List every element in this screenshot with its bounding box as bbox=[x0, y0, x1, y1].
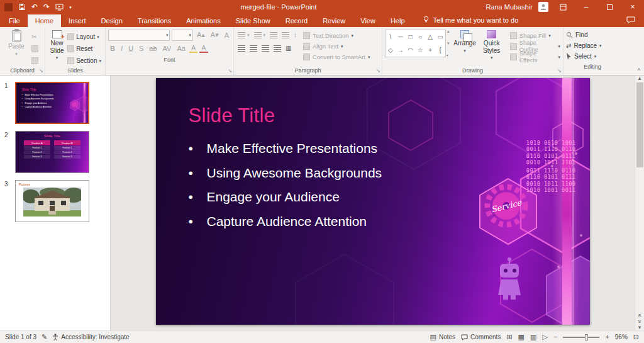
align-left-button[interactable] bbox=[236, 43, 247, 53]
justify-button[interactable] bbox=[272, 43, 282, 53]
slide-canvas[interactable]: Slide Title Make Effective Presentations… bbox=[111, 76, 635, 330]
convert-to-smartart-button[interactable]: Convert to SmartArt▾ bbox=[303, 52, 370, 61]
tab-file[interactable]: File bbox=[1, 14, 28, 27]
ribbon-display-options-icon[interactable] bbox=[554, 0, 572, 14]
paragraph-dialog-launcher-icon[interactable]: ↘ bbox=[376, 69, 380, 74]
new-slide-dropdown-icon[interactable]: ▾ bbox=[56, 55, 58, 60]
slide-2-thumbnail[interactable]: Slide Title Product A Feature 1 Feature … bbox=[15, 131, 89, 173]
change-case-button[interactable]: Aa bbox=[175, 45, 187, 52]
replace-button[interactable]: ⇄ Replace▾ bbox=[566, 40, 619, 51]
shape-plus-icon[interactable]: + bbox=[428, 47, 432, 53]
collapse-ribbon-icon[interactable]: ^ bbox=[638, 67, 640, 74]
strikethrough-button[interactable]: ab bbox=[147, 45, 158, 52]
align-right-button[interactable] bbox=[260, 43, 270, 53]
shape-line-icon[interactable]: \ bbox=[390, 33, 392, 40]
layout-button[interactable]: Layout▾ bbox=[66, 31, 103, 42]
tab-record[interactable]: Record bbox=[278, 14, 315, 27]
shapes-gallery-scroll[interactable]: ▲ ▼ ▾ bbox=[447, 30, 450, 57]
clipboard-dialog-launcher-icon[interactable]: ↘ bbox=[39, 69, 43, 74]
underline-button[interactable]: U bbox=[126, 45, 135, 52]
app-icon[interactable] bbox=[4, 3, 13, 11]
copy-button[interactable] bbox=[30, 43, 40, 53]
decrease-indent-button[interactable] bbox=[269, 30, 279, 40]
minimize-button[interactable]: – bbox=[577, 0, 595, 14]
clear-formatting-button[interactable]: A bbox=[223, 31, 231, 39]
shape-ellipse-icon[interactable]: ○ bbox=[418, 33, 422, 40]
fit-to-window-button[interactable]: ⊡ bbox=[633, 334, 639, 340]
shape-arrow-icon[interactable]: → bbox=[397, 47, 404, 53]
shapes-scroll-down-icon[interactable]: ▼ bbox=[447, 42, 450, 45]
tab-transitions[interactable]: Transitions bbox=[130, 14, 179, 27]
vertical-scrollbar[interactable]: ▲ « « ▼ bbox=[635, 76, 644, 330]
slide-3-thumbnail[interactable]: Pictures bbox=[15, 180, 89, 222]
shape-fill-button[interactable]: Shape Fill▾ bbox=[510, 31, 560, 40]
close-button[interactable]: × bbox=[624, 0, 641, 14]
quick-styles-button[interactable]: Quick Styles ▾ bbox=[478, 28, 505, 60]
comments-button[interactable]: Comments bbox=[461, 334, 501, 340]
previous-slide-icon[interactable]: « bbox=[636, 313, 643, 317]
highlight-color-button[interactable]: A bbox=[189, 44, 197, 53]
new-slide-button[interactable]: + New Slide ▾ bbox=[48, 28, 66, 60]
shape-star-icon[interactable]: ☆ bbox=[418, 47, 423, 53]
increase-indent-button[interactable] bbox=[280, 30, 291, 40]
user-name[interactable]: Rana Mubashir bbox=[486, 3, 533, 11]
shape-arc-icon[interactable]: ◠ bbox=[408, 47, 413, 53]
slide-title[interactable]: Slide Title bbox=[189, 104, 275, 127]
tab-view[interactable]: View bbox=[353, 14, 383, 27]
shapes-gallery[interactable]: \ ─ □ ○ △ ▭ ◇ → ◠ ☆ + { bbox=[385, 30, 446, 57]
tab-help[interactable]: Help bbox=[383, 14, 413, 27]
tab-slide-show[interactable]: Slide Show bbox=[228, 14, 278, 27]
slide-sorter-view-button[interactable]: ▦ bbox=[518, 334, 525, 340]
paste-button[interactable]: Paste ▾ bbox=[3, 28, 30, 56]
grow-font-button[interactable]: A▴ bbox=[195, 31, 207, 39]
reset-button[interactable]: Reset bbox=[66, 43, 103, 53]
scrollbar-thumb[interactable] bbox=[636, 82, 643, 167]
font-dialog-launcher-icon[interactable]: ↘ bbox=[228, 69, 232, 74]
tab-design[interactable]: Design bbox=[94, 14, 130, 27]
text-shadow-button[interactable]: S bbox=[137, 45, 145, 52]
bold-button[interactable]: B bbox=[108, 45, 117, 52]
font-color-button[interactable]: A bbox=[199, 44, 208, 53]
shape-parallelogram-icon[interactable]: ▭ bbox=[437, 33, 443, 40]
tab-insert[interactable]: Insert bbox=[61, 14, 94, 27]
font-name-combo[interactable]: ▾ bbox=[108, 30, 170, 41]
user-avatar[interactable] bbox=[538, 2, 548, 12]
drawing-dialog-launcher-icon[interactable]: ↘ bbox=[557, 69, 562, 74]
scroll-down-icon[interactable]: ▼ bbox=[637, 325, 642, 330]
accessibility-status[interactable]: Accessibility: Investigate bbox=[52, 334, 129, 340]
next-slide-icon[interactable]: « bbox=[636, 320, 643, 323]
slideshow-view-button[interactable]: ▷ bbox=[542, 334, 547, 340]
align-center-button[interactable] bbox=[248, 43, 258, 53]
section-button[interactable]: Section▾ bbox=[66, 55, 103, 65]
tell-me-box[interactable]: Tell me what you want to do bbox=[423, 16, 519, 27]
font-size-combo[interactable]: ▾ bbox=[172, 30, 193, 41]
zoom-level[interactable]: 96% bbox=[615, 334, 628, 340]
tab-home[interactable]: Home bbox=[28, 14, 61, 27]
start-slideshow-icon[interactable] bbox=[55, 4, 64, 11]
tab-review[interactable]: Review bbox=[315, 14, 353, 27]
shape-effects-button[interactable]: Shape Effects▾ bbox=[510, 52, 560, 61]
find-button[interactable]: Find bbox=[566, 30, 619, 40]
format-painter-button[interactable] bbox=[30, 55, 40, 65]
notes-button[interactable]: ▤Notes bbox=[430, 334, 456, 340]
slide-1-thumbnail[interactable]: Slide Title Make Effective Presentations… bbox=[15, 82, 89, 124]
select-button[interactable]: Select▾ bbox=[566, 51, 619, 62]
comments-bubble-icon[interactable] bbox=[626, 16, 644, 27]
current-slide[interactable]: Slide Title Make Effective Presentations… bbox=[156, 78, 590, 325]
shapes-scroll-up-icon[interactable]: ▲ bbox=[447, 30, 450, 33]
text-direction-button[interactable]: Text Direction▾ bbox=[303, 31, 370, 40]
columns-button[interactable]: ▥ bbox=[284, 43, 292, 53]
slide-bullet-list[interactable]: Make Effective Presentations Using Aweso… bbox=[189, 141, 382, 238]
reading-view-button[interactable]: ▥ bbox=[530, 334, 536, 340]
shrink-font-button[interactable]: A▾ bbox=[209, 31, 221, 39]
shape-rectangle-icon[interactable]: □ bbox=[408, 33, 412, 40]
align-text-button[interactable]: Align Text▾ bbox=[303, 42, 370, 50]
normal-view-button[interactable]: ⊞ bbox=[506, 334, 512, 340]
undo-icon[interactable]: ↶ bbox=[31, 3, 38, 11]
scroll-up-icon[interactable]: ▲ bbox=[637, 76, 642, 81]
shape-outline-button[interactable]: Shape Outline▾ bbox=[510, 42, 560, 50]
maximize-button[interactable] bbox=[601, 0, 618, 14]
bullets-button[interactable]: ▾ bbox=[236, 30, 251, 40]
save-icon[interactable] bbox=[18, 3, 26, 11]
pen-icon[interactable]: ✎ bbox=[42, 334, 47, 340]
